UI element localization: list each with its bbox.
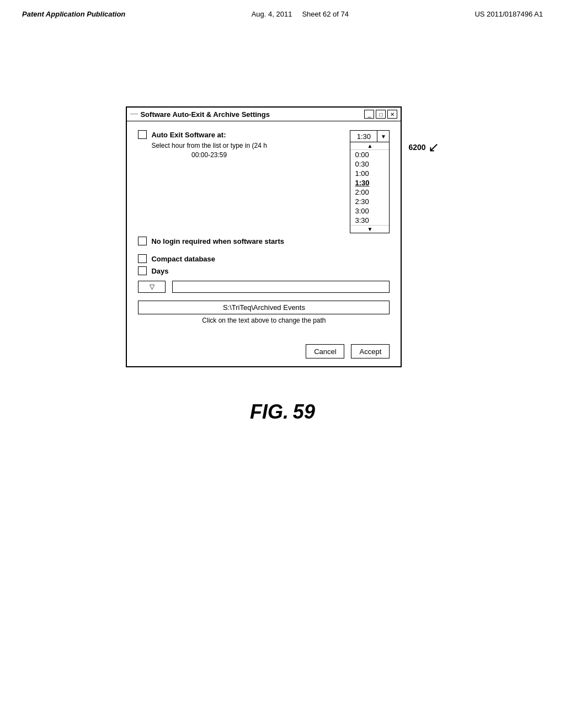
small-text-input[interactable] <box>172 281 390 293</box>
compact-database-section: Compact database Days <box>138 254 390 275</box>
time-up-arrow[interactable]: ▲ <box>365 143 375 149</box>
dialog-wrapper: ···· Software Auto-Exit & Archive Settin… <box>126 106 439 367</box>
small-dropdown[interactable]: ▽ <box>138 281 166 293</box>
auto-exit-left: Auto Exit Software at: Select hour from … <box>138 130 266 160</box>
page-header: Patent Application Publication Aug. 4, 2… <box>0 0 565 18</box>
time-down-arrow[interactable]: ▼ <box>350 225 389 233</box>
compact-db-checkbox[interactable] <box>138 254 147 263</box>
dialog-footer: Cancel Accept <box>127 341 401 366</box>
time-option-330[interactable]: 3:30 <box>350 216 389 225</box>
time-option-030[interactable]: 0:30 <box>350 159 389 169</box>
compact-db-label: Compact database <box>151 255 215 263</box>
time-option-300[interactable]: 3:00 <box>350 206 389 216</box>
header-date: Aug. 4, 2011 <box>252 10 292 18</box>
cancel-button[interactable]: Cancel <box>306 344 344 358</box>
days-row: Days <box>138 266 390 275</box>
annotation: 6200 ↙ <box>408 140 439 155</box>
titlebar-controls: _ □ ✕ <box>364 110 397 119</box>
time-dropdown-list: ▲ 0:00 0:30 1:00 1:30 2:00 2:30 3:00 3:3… <box>350 142 390 233</box>
main-content: ···· Software Auto-Exit & Archive Settin… <box>0 18 565 424</box>
path-display[interactable]: S:\TriTeq\Archived Events <box>138 301 390 314</box>
header-publication: Patent Application Publication <box>22 10 125 18</box>
time-option-230[interactable]: 2:30 <box>350 197 389 206</box>
minimize-button[interactable]: _ <box>364 110 374 119</box>
auto-exit-checkbox-row: Auto Exit Software at: <box>138 130 266 139</box>
time-option-100[interactable]: 1:00 <box>350 169 389 178</box>
titlebar-dots: ···· <box>130 111 138 117</box>
auto-exit-label: Auto Exit Software at: <box>151 131 226 139</box>
figure-label: FIG. 59 <box>250 400 315 424</box>
days-checkbox[interactable] <box>138 266 147 275</box>
time-input-row: ▼ <box>350 130 390 142</box>
close-button[interactable]: ✕ <box>387 110 397 119</box>
header-patent-number: US 2011/0187496 A1 <box>475 10 543 18</box>
header-date-sheet: Aug. 4, 2011 Sheet 62 of 74 <box>252 10 349 18</box>
figure-prefix: FIG. <box>250 400 289 423</box>
dialog-title: Software Auto-Exit & Archive Settings <box>140 110 270 119</box>
annotation-text: 6200 <box>408 143 425 152</box>
figure-number: 59 <box>293 400 315 423</box>
time-option-000[interactable]: 0:00 <box>350 150 389 159</box>
auto-exit-section: Auto Exit Software at: Select hour from … <box>138 130 390 233</box>
select-hour-text: Select hour from the list or type in (24… <box>151 141 266 160</box>
small-control-row: ▽ <box>138 281 390 293</box>
auto-exit-checkbox[interactable] <box>138 130 147 139</box>
header-sheet: Sheet 62 of 74 <box>302 10 349 18</box>
days-label: Days <box>151 267 168 275</box>
annotation-arrow: ↙ <box>428 140 439 155</box>
time-option-130[interactable]: 1:30 <box>350 178 389 188</box>
maximize-button[interactable]: □ <box>376 110 386 119</box>
time-option-200[interactable]: 2:00 <box>350 188 389 197</box>
titlebar-left: ···· Software Auto-Exit & Archive Settin… <box>130 110 270 119</box>
compact-db-row: Compact database <box>138 254 390 263</box>
time-dropdown-button[interactable]: ▼ <box>377 130 390 142</box>
no-login-section: No login required when software starts <box>138 237 390 245</box>
no-login-checkbox[interactable] <box>138 237 147 245</box>
accept-button[interactable]: Accept <box>351 344 390 358</box>
path-help-text: Click on the text above to change the pa… <box>138 317 390 324</box>
settings-dialog: ···· Software Auto-Exit & Archive Settin… <box>126 106 402 367</box>
time-list-up-control: ▲ <box>350 142 389 150</box>
time-input[interactable] <box>350 130 377 142</box>
dialog-body: Auto Exit Software at: Select hour from … <box>127 121 401 341</box>
no-login-label: No login required when software starts <box>151 237 284 245</box>
time-control: ▼ ▲ 0:00 0:30 1:00 1:30 2:00 2: <box>350 130 390 233</box>
dialog-titlebar: ···· Software Auto-Exit & Archive Settin… <box>127 108 401 121</box>
